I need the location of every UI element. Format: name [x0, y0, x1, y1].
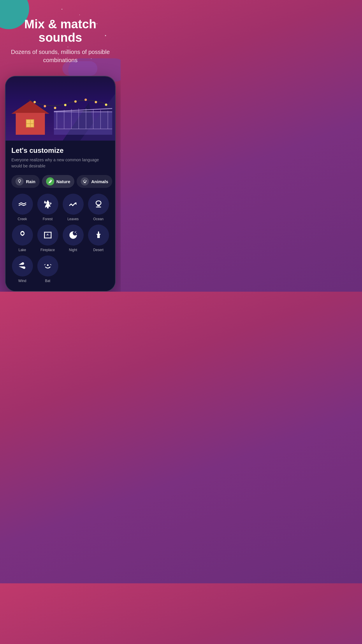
svg-point-16 [95, 101, 97, 103]
sound-creek[interactable]: Creek [11, 194, 33, 221]
tab-animals[interactable]: Animals [77, 175, 112, 188]
tab-nature[interactable]: Nature [42, 175, 75, 188]
svg-point-10 [34, 101, 36, 103]
phone-illustration [6, 76, 115, 141]
nature-icon [46, 177, 54, 186]
sound-lake[interactable]: Lake [11, 225, 33, 252]
fireplace-label: Fireplace [41, 248, 55, 252]
sound-desert[interactable]: Desert [87, 225, 109, 252]
ocean-label: Ocean [93, 217, 103, 221]
svg-point-12 [54, 107, 56, 109]
subtitle: Dozens of sounds, millions of possible c… [6, 48, 115, 64]
svg-point-17 [105, 104, 107, 106]
phone-mockup: Let's customize Everyone realizes why a … [5, 76, 116, 292]
desert-icon-circle [88, 225, 109, 246]
forest-label: Forest [43, 217, 52, 221]
sound-ocean[interactable]: Ocean [87, 194, 109, 221]
tab-animals-label: Animals [91, 179, 108, 184]
tab-nature-label: Nature [57, 179, 71, 184]
sound-forest[interactable]: Forest [37, 194, 59, 221]
leaves-label: Leaves [67, 217, 79, 221]
lake-icon-circle [12, 225, 33, 246]
svg-point-26 [76, 231, 76, 232]
forest-icon-circle [37, 194, 58, 215]
fireplace-icon-circle [37, 225, 58, 246]
tab-rain-label: Rain [26, 179, 36, 184]
svg-rect-22 [44, 232, 45, 239]
night-icon-circle [63, 225, 84, 246]
svg-point-25 [76, 233, 77, 234]
night-label: Night [69, 248, 77, 252]
creek-icon-circle [12, 194, 33, 215]
header: Mix & match sounds Dozens of sounds, mil… [0, 0, 121, 70]
sound-fireplace[interactable]: Fireplace [37, 225, 59, 252]
customize-title: Let's customize [11, 146, 109, 155]
svg-point-13 [64, 104, 66, 106]
animals-icon [81, 177, 89, 186]
rain-icon [15, 177, 24, 186]
svg-point-15 [85, 99, 87, 101]
sound-wind[interactable]: Wind [11, 256, 33, 283]
phone-content: Let's customize Everyone realizes why a … [6, 141, 115, 291]
svg-point-11 [44, 105, 46, 107]
string-lights [29, 97, 110, 114]
ocean-icon-circle [88, 194, 109, 215]
svg-point-14 [74, 100, 77, 103]
wind-label: Wind [18, 279, 26, 283]
sound-night[interactable]: Night [62, 225, 84, 252]
sounds-grid-row2: Lake Fireplace [11, 225, 109, 252]
svg-rect-20 [44, 232, 52, 233]
wind-icon-circle [12, 256, 33, 276]
leaves-icon-circle [63, 194, 84, 215]
main-title: Mix & match sounds [6, 18, 115, 44]
svg-rect-21 [44, 238, 52, 239]
sounds-grid-row1: Creek Forest [11, 194, 109, 221]
bat-label: Bat [45, 279, 50, 283]
category-tabs: Rain Nature Animals [11, 175, 109, 188]
customize-desc: Everyone realizes why a new common langu… [11, 157, 109, 169]
lake-label: Lake [18, 248, 26, 252]
svg-point-24 [75, 232, 75, 233]
creek-label: Creek [17, 217, 27, 221]
sound-leaves[interactable]: Leaves [62, 194, 84, 221]
sound-bat[interactable]: Bat [37, 256, 59, 283]
sounds-grid-row3: Wind Bat [11, 256, 109, 285]
tab-rain[interactable]: Rain [11, 175, 40, 188]
bat-icon-circle [37, 256, 58, 276]
svg-rect-23 [50, 232, 51, 239]
desert-label: Desert [93, 248, 103, 252]
